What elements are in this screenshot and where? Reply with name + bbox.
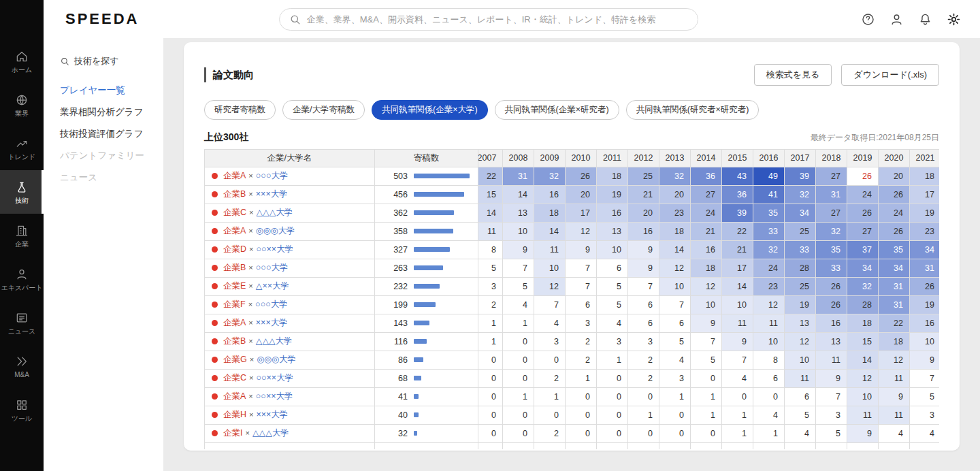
university-link[interactable]: ◎◎◎大学: [257, 355, 296, 364]
table-row-partial: [205, 442, 478, 449]
company-link[interactable]: 企業A: [223, 226, 246, 236]
heat-cell: 22: [879, 314, 910, 332]
pair-marker-icon: [212, 338, 218, 344]
tab[interactable]: 共同執筆関係(企業×研究者): [495, 100, 619, 120]
pair-name-cell[interactable]: 企業B×△△△大学: [205, 332, 375, 351]
pair-name-cell[interactable]: 企業A××××大学: [205, 314, 375, 332]
university-link[interactable]: ×××大学: [256, 318, 288, 327]
gear-icon[interactable]: [947, 12, 961, 27]
company-link[interactable]: 企業A: [223, 171, 246, 180]
heat-cell: 21: [722, 240, 753, 259]
heat-cell: 0: [691, 424, 722, 442]
heat-cell: 19: [910, 295, 940, 314]
company-link[interactable]: 企業B: [223, 336, 246, 346]
pair-name-cell[interactable]: 企業B××××大学: [205, 185, 375, 204]
help-icon[interactable]: [861, 12, 875, 27]
university-link[interactable]: △△△大学: [256, 208, 293, 217]
university-link[interactable]: ○○××大学: [256, 244, 293, 254]
subnav-item-1[interactable]: 業界相関分析グラフ: [60, 106, 157, 118]
company-link[interactable]: 企業C: [223, 208, 246, 217]
heat-cell: 6: [628, 295, 659, 314]
download-button[interactable]: ダウンロード(.xls): [841, 64, 939, 86]
company-link[interactable]: 企業C: [223, 373, 246, 383]
contribution-cell: 327: [375, 240, 478, 259]
company-link[interactable]: 企業F: [223, 299, 246, 309]
university-link[interactable]: ×××大学: [256, 410, 288, 419]
pair-name-cell[interactable]: 企業I×△△△大学: [205, 424, 375, 442]
pair-name-cell[interactable]: 企業D×○○××大学: [205, 240, 375, 259]
search-input[interactable]: [307, 14, 688, 25]
table-row-years: 151416201921202736413231242617: [478, 185, 939, 204]
sidebar-item-1[interactable]: 業界: [0, 83, 44, 127]
pair-name-cell[interactable]: 企業G×◎◎◎大学: [205, 351, 375, 369]
sidebar-item-6[interactable]: ニュース: [0, 301, 44, 344]
university-link[interactable]: ○○○大学: [256, 171, 289, 180]
pair-name-cell[interactable]: 企業F×○○○大学: [205, 295, 375, 314]
company-link[interactable]: 企業B: [223, 263, 246, 272]
company-link[interactable]: 企業A: [223, 318, 246, 327]
heat-cell: 9: [722, 332, 753, 351]
sidebar-item-8[interactable]: ツール: [0, 388, 44, 432]
tab[interactable]: 共同執筆関係(研究者×研究者): [626, 100, 760, 120]
tab[interactable]: 研究者寄稿数: [204, 100, 276, 120]
pair-separator: ×: [249, 208, 253, 216]
speeda-logo[interactable]: SPEEDA: [65, 10, 139, 28]
pair-name-cell[interactable]: 企業E×△××大学: [205, 277, 375, 295]
pair-name-cell[interactable]: 企業A×○○○大学: [205, 167, 375, 185]
university-link[interactable]: △××大学: [256, 281, 289, 291]
tab[interactable]: 企業/大学寄稿数: [282, 100, 365, 120]
university-link[interactable]: △△△大学: [256, 336, 293, 346]
heat-cell: 2: [534, 369, 566, 387]
university-link[interactable]: ×××大学: [256, 189, 288, 199]
years-scroll-area[interactable]: 2007200820092010201120122013201420152016…: [478, 149, 939, 449]
view-query-button[interactable]: 検索式を見る: [754, 64, 832, 86]
pair-marker-icon: [212, 173, 218, 179]
university-link[interactable]: △△△大学: [252, 428, 289, 438]
sidebar-item-3[interactable]: 技術: [0, 170, 44, 214]
university-link[interactable]: ○○××大学: [256, 373, 293, 383]
pair-name-cell[interactable]: 企業A×○○××大学: [205, 387, 375, 406]
company-link[interactable]: 企業G: [223, 355, 247, 364]
heat-cell: 32: [816, 222, 847, 240]
pair-name-cell[interactable]: 企業C×△△△大学: [205, 204, 375, 222]
sidebar-item-4[interactable]: 企業: [0, 214, 44, 257]
sidebar-item-2[interactable]: トレンド: [0, 127, 44, 170]
pair-name-cell[interactable]: 企業B×○○○大学: [205, 259, 375, 277]
contribution-cell: 40: [375, 406, 478, 424]
sidebar-item-5[interactable]: エキスパート: [0, 257, 44, 301]
pair-marker-icon: [212, 246, 218, 253]
pair-name-cell[interactable]: 企業C×○○××大学: [205, 369, 375, 387]
sidebar-item-7[interactable]: M&A: [0, 344, 44, 388]
pair-name-cell[interactable]: 企業A×◎◎◎大学: [205, 222, 375, 240]
heat-cell: 4: [722, 369, 753, 387]
university-link[interactable]: ◎◎◎大学: [256, 226, 295, 236]
company-link[interactable]: 企業A: [223, 391, 246, 401]
heat-cell: 6: [753, 369, 785, 387]
university-link[interactable]: ○○○大学: [255, 299, 288, 309]
company-link[interactable]: 企業D: [223, 244, 246, 254]
company-link[interactable]: 企業H: [223, 410, 246, 419]
tech-search[interactable]: 技術を探す: [60, 55, 157, 67]
contribution-cell: 263: [375, 259, 478, 277]
heat-cell: 0: [503, 351, 534, 369]
pair-name-cell[interactable]: 企業H××××大学: [205, 406, 375, 424]
heat-cell: 0: [753, 387, 785, 406]
sidebar-item-label: ホーム: [12, 67, 32, 74]
bell-icon[interactable]: [918, 12, 932, 27]
subnav-item-0[interactable]: プレイヤー一覧: [60, 84, 157, 97]
pair-separator: ×: [249, 374, 253, 382]
company-link[interactable]: 企業I: [223, 428, 242, 438]
university-link[interactable]: ○○××大学: [256, 391, 293, 401]
heat-cell: 16: [691, 240, 722, 259]
subnav-item-2[interactable]: 技術投資評価グラフ: [60, 128, 157, 140]
heat-cell: 10: [785, 351, 816, 369]
heat-cell: 10: [503, 222, 534, 240]
heat-cell: 24: [879, 204, 910, 222]
university-link[interactable]: ○○○大学: [256, 263, 289, 272]
tab[interactable]: 共同執筆関係(企業×大学): [372, 100, 488, 120]
user-icon[interactable]: [889, 12, 904, 27]
sidebar-item-0[interactable]: ホーム: [0, 39, 44, 83]
year-column-header: 2014: [691, 149, 722, 167]
company-link[interactable]: 企業B: [223, 189, 246, 199]
company-link[interactable]: 企業E: [223, 281, 246, 291]
